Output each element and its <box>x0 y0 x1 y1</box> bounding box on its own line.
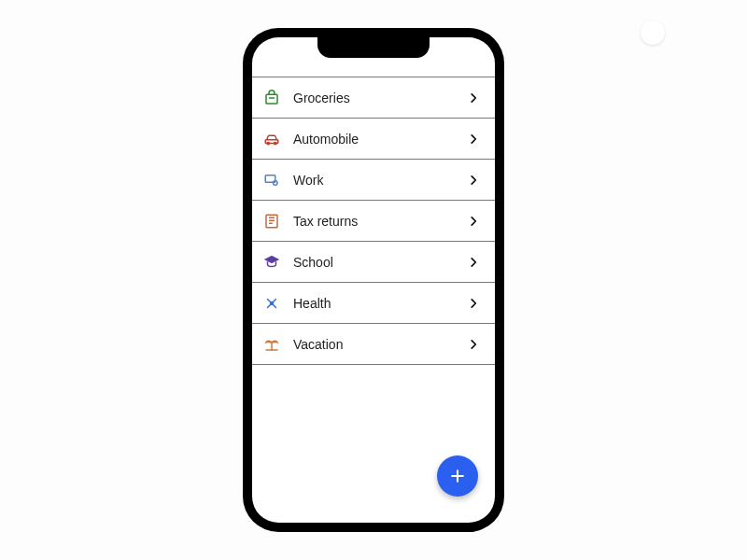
list-item-label: Vacation <box>282 337 467 352</box>
work-icon <box>261 172 282 189</box>
list-item-vacation[interactable]: Vacation <box>252 324 495 365</box>
screen: Groceries Automobile <box>252 37 495 523</box>
list-item-label: Health <box>282 296 467 311</box>
vacation-icon <box>261 336 282 353</box>
list-item-label: School <box>282 255 467 270</box>
svg-point-5 <box>274 180 278 185</box>
plus-icon <box>448 467 467 485</box>
chevron-right-icon <box>467 215 480 228</box>
corner-circle <box>641 21 665 45</box>
svg-point-7 <box>271 301 274 304</box>
notch <box>317 37 430 58</box>
list-item-work[interactable]: Work <box>252 160 495 201</box>
groceries-icon <box>261 90 282 106</box>
school-icon <box>261 254 282 271</box>
chevron-right-icon <box>467 256 480 269</box>
list-item-groceries[interactable]: Groceries <box>252 77 495 119</box>
tax-icon <box>261 213 282 230</box>
chevron-right-icon <box>467 174 480 187</box>
chevron-right-icon <box>467 133 480 146</box>
svg-rect-0 <box>266 94 277 104</box>
chevron-right-icon <box>467 338 480 351</box>
car-icon <box>261 131 282 147</box>
add-button[interactable] <box>437 455 478 497</box>
health-icon <box>261 295 282 312</box>
chevron-right-icon <box>467 297 480 310</box>
list-item-label: Work <box>282 173 467 188</box>
list-item-label: Tax returns <box>282 214 467 229</box>
category-list: Groceries Automobile <box>252 77 495 365</box>
list-item-school[interactable]: School <box>252 242 495 283</box>
phone-frame: Groceries Automobile <box>243 28 504 532</box>
list-item-tax[interactable]: Tax returns <box>252 201 495 242</box>
chevron-right-icon <box>467 91 480 105</box>
list-item-label: Automobile <box>282 132 467 147</box>
list-item-label: Groceries <box>282 91 467 105</box>
list-item-automobile[interactable]: Automobile <box>252 119 495 160</box>
list-item-health[interactable]: Health <box>252 283 495 324</box>
